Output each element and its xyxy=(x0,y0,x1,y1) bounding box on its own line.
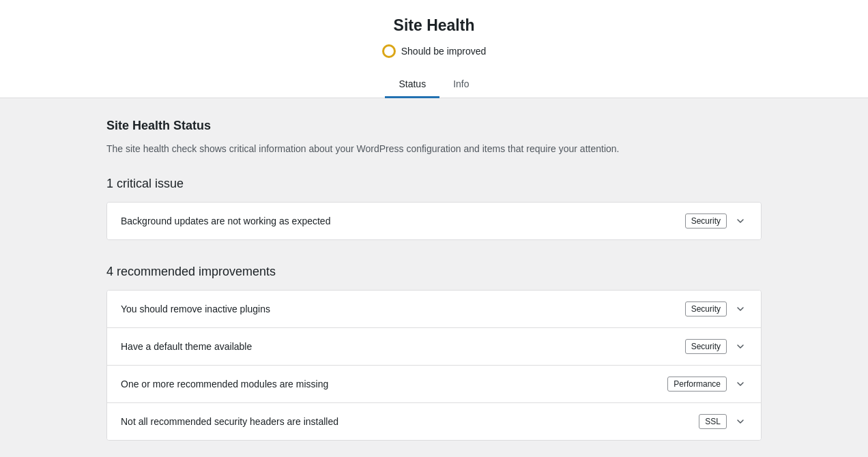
recommended-right-1: Security xyxy=(685,339,747,354)
main-content: Site Health Status The site health check… xyxy=(93,98,775,457)
page-title-wrap: Site Health Should be improved Status In… xyxy=(0,0,868,98)
top-bar: Site Health Should be improved Status In… xyxy=(0,0,868,98)
status-circle-icon xyxy=(382,44,396,58)
recommended-item-2[interactable]: One or more recommended modules are miss… xyxy=(107,366,761,403)
chevron-down-icon-critical-0 xyxy=(734,214,747,228)
critical-issues-heading: 1 critical issue xyxy=(106,177,762,191)
section-title: Site Health Status xyxy=(106,119,762,133)
critical-issue-label-0: Background updates are not working as ex… xyxy=(121,216,330,226)
section-desc: The site health check shows critical inf… xyxy=(106,141,762,156)
recommended-right-3: SSL xyxy=(699,414,747,429)
chevron-down-icon-rec-3 xyxy=(734,415,747,428)
critical-issues-list: Background updates are not working as ex… xyxy=(106,202,762,240)
recommended-tag-3: SSL xyxy=(699,414,727,429)
recommended-tag-1: Security xyxy=(685,339,727,354)
tabs-nav: Status Info xyxy=(14,72,854,98)
recommended-tag-0: Security xyxy=(685,301,727,316)
recommended-label-3: Not all recommended security headers are… xyxy=(121,416,338,427)
recommended-label-2: One or more recommended modules are miss… xyxy=(121,379,328,389)
chevron-down-icon-rec-0 xyxy=(734,302,747,316)
critical-issue-right-0: Security xyxy=(685,213,747,228)
chevron-down-icon-rec-1 xyxy=(734,340,747,353)
recommended-item-0[interactable]: You should remove inactive plugins Secur… xyxy=(107,291,761,328)
critical-issue-item-0[interactable]: Background updates are not working as ex… xyxy=(107,203,761,239)
tab-info[interactable]: Info xyxy=(439,72,482,98)
recommended-tag-2: Performance xyxy=(667,377,727,392)
page-title: Site Health xyxy=(14,16,854,35)
recommended-list: You should remove inactive plugins Secur… xyxy=(106,290,762,441)
status-text: Should be improved xyxy=(401,46,487,57)
chevron-down-icon-rec-2 xyxy=(734,377,747,391)
recommended-right-2: Performance xyxy=(667,377,747,392)
status-indicator: Should be improved xyxy=(14,44,854,58)
critical-issue-tag-0: Security xyxy=(685,213,727,228)
recommended-item-3[interactable]: Not all recommended security headers are… xyxy=(107,403,761,440)
recommended-item-1[interactable]: Have a default theme available Security xyxy=(107,328,761,366)
recommended-heading: 4 recommended improvements xyxy=(106,265,762,279)
recommended-label-0: You should remove inactive plugins xyxy=(121,304,270,314)
tab-status[interactable]: Status xyxy=(385,72,439,98)
recommended-right-0: Security xyxy=(685,301,747,316)
recommended-label-1: Have a default theme available xyxy=(121,341,252,352)
